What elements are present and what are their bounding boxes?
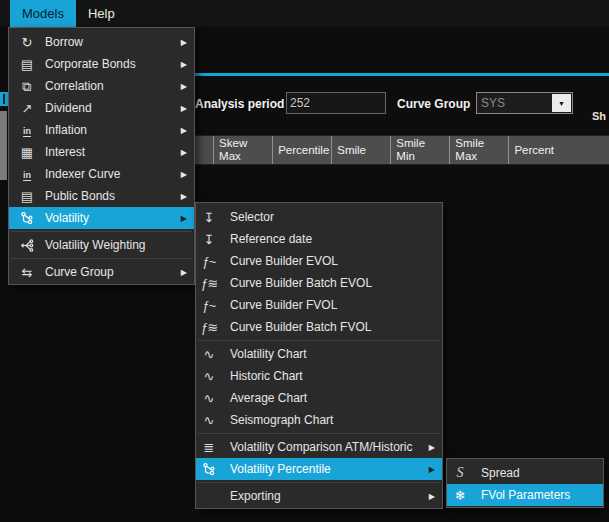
menu-item-indexer-curve[interactable]: in Indexer Curve ▶ [9, 163, 194, 185]
menu-separator [198, 340, 440, 341]
menu-item-correlation[interactable]: ⧉ Correlation ▶ [9, 75, 194, 97]
function-icon: ƒ~ [196, 255, 222, 268]
submenu-item-volatility-percentile[interactable]: Volatility Percentile ▶ [196, 458, 442, 480]
submenu-item-volatility-comparison[interactable]: ≣ Volatility Comparison ATM/Historic ▶ [196, 436, 442, 458]
menu-item-label: Indexer Curve [45, 167, 120, 181]
submenu-item-label: Historic Chart [222, 369, 303, 383]
menu-item-label: Borrow [45, 35, 83, 49]
menu-item-label: Correlation [45, 79, 104, 93]
menubar-item-models[interactable]: Models [10, 0, 76, 27]
grid-header-percent-clipped[interactable]: Percent [509, 136, 609, 164]
curve-group-dropdown[interactable]: SYS ▼ [476, 92, 573, 114]
submenu-arrow-icon: ▶ [181, 126, 187, 135]
submenu-arrow-icon: ▶ [181, 104, 187, 113]
submenu-item-spread[interactable]: S Spread [447, 462, 603, 484]
dividend-icon: ↗ [9, 102, 45, 115]
menu-separator [11, 258, 192, 259]
submenu-item-fvol-parameters[interactable]: ❄ FVol Parameters [447, 484, 603, 506]
menu-item-label: Interest [45, 145, 85, 159]
grid-header-percentile[interactable]: Percentile [273, 136, 332, 164]
submenu-item-curve-builder-batch-fvol[interactable]: ƒ≋ Curve Builder Batch FVOL [196, 316, 442, 338]
reference-date-tray-icon: ↧ [196, 233, 222, 246]
submenu-item-label: Volatility Percentile [222, 462, 331, 476]
public-bonds-icon: ▤ [9, 190, 45, 203]
menu-item-volatility-weighting[interactable]: Volatility Weighting [9, 234, 194, 256]
chart-icon: ∿ [196, 348, 222, 361]
interest-calendar-icon: ▦ [9, 146, 45, 159]
accent-divider-line [184, 73, 609, 76]
submenu-item-historic-chart[interactable]: ∿ Historic Chart [196, 365, 442, 387]
grid-header-smile-min[interactable]: Smile Min [391, 136, 450, 164]
submenu-item-reference-date[interactable]: ↧ Reference date [196, 228, 442, 250]
grid-header-skew-max[interactable]: Skew Max [214, 136, 273, 164]
submenu-item-label: Volatility Comparison ATM/Historic [222, 440, 413, 454]
submenu-arrow-icon: ▶ [181, 38, 187, 47]
submenu-item-seismograph-chart[interactable]: ∿ Seismograph Chart [196, 409, 442, 431]
submenu-item-label: Exporting [222, 489, 281, 503]
menu-item-inflation[interactable]: in Inflation ▶ [9, 119, 194, 141]
grid-header-smile[interactable]: Smile [332, 136, 391, 164]
curve-group-arrows-icon: ⇆ [9, 266, 45, 279]
chart-icon: ∿ [196, 392, 222, 405]
submenu-arrow-icon: ▶ [181, 148, 187, 157]
clipped-tab-fragment [0, 92, 8, 106]
indexer-curve-icon: in [9, 167, 45, 181]
submenu-item-label: Curve Builder FVOL [222, 298, 337, 312]
menu-bar: Models Help [0, 0, 609, 27]
submenu-arrow-icon: ▶ [181, 214, 187, 223]
menubar-item-help[interactable]: Help [76, 0, 127, 27]
submenu-item-volatility-chart[interactable]: ∿ Volatility Chart [196, 343, 442, 365]
correlation-icon: ⧉ [9, 80, 45, 93]
menu-item-corporate-bonds[interactable]: ▤ Corporate Bonds ▶ [9, 53, 194, 75]
menu-separator [11, 231, 192, 232]
submenu-item-exporting[interactable]: Exporting ▶ [196, 485, 442, 507]
menu-item-dividend[interactable]: ↗ Dividend ▶ [9, 97, 194, 119]
submenu-item-label: Average Chart [222, 391, 307, 405]
menu-item-volatility[interactable]: Volatility ▶ [9, 207, 194, 229]
borrow-icon: ↻ [9, 36, 45, 49]
submenu-arrow-icon: ▶ [429, 492, 435, 501]
submenu-item-curve-builder-batch-evol[interactable]: ƒ≋ Curve Builder Batch EVOL [196, 272, 442, 294]
volatility-branch-icon [9, 210, 45, 225]
function-batch-icon: ƒ≋ [196, 321, 222, 334]
volatility-branch-icon [196, 461, 222, 476]
menu-item-label: Corporate Bonds [45, 57, 136, 71]
list-document-icon: ≣ [196, 441, 222, 454]
curve-group-value: SYS [477, 96, 551, 110]
analysis-period-label: Analysis period [195, 97, 284, 111]
submenu-item-label: Curve Builder Batch FVOL [222, 320, 371, 334]
submenu-arrow-icon: ▶ [181, 170, 187, 179]
menu-item-curve-group[interactable]: ⇆ Curve Group ▶ [9, 261, 194, 283]
grid-header-smile-max[interactable]: Smile Max [450, 136, 509, 164]
menu-item-public-bonds[interactable]: ▤ Public Bonds ▶ [9, 185, 194, 207]
submenu-arrow-icon: ▶ [181, 192, 187, 201]
menu-separator [198, 433, 440, 434]
submenu-item-curve-builder-evol[interactable]: ƒ~ Curve Builder EVOL [196, 250, 442, 272]
submenu-item-label: Spread [473, 466, 520, 480]
left-scrollbar-fragment[interactable] [0, 111, 7, 180]
clipped-right-text: Sh [592, 110, 606, 122]
weighting-merge-icon [9, 237, 45, 252]
menu-item-label: Public Bonds [45, 189, 115, 203]
menu-item-label: Inflation [45, 123, 87, 137]
menu-item-interest[interactable]: ▦ Interest ▶ [9, 141, 194, 163]
submenu-item-label: Seismograph Chart [222, 413, 333, 427]
menu-item-label: Volatility [45, 211, 89, 225]
submenu-item-label: Curve Builder Batch EVOL [222, 276, 372, 290]
submenu-arrow-icon: ▶ [181, 268, 187, 277]
submenu-arrow-icon: ▶ [429, 465, 435, 474]
submenu-arrow-icon: ▶ [181, 60, 187, 69]
dropdown-arrow-icon[interactable]: ▼ [552, 94, 571, 112]
submenu-item-selector[interactable]: ↧ Selector [196, 206, 442, 228]
submenu-item-label: Reference date [222, 232, 312, 246]
analysis-period-input[interactable] [286, 92, 386, 114]
menu-item-borrow[interactable]: ↻ Borrow ▶ [9, 31, 194, 53]
submenu-item-label: Curve Builder EVOL [222, 254, 338, 268]
spread-curve-icon: S [447, 466, 473, 480]
volatility-percentile-submenu-panel: S Spread ❄ FVol Parameters [446, 458, 604, 508]
grid-header-row: Skew Max Percentile Smile Smile Min Smil… [186, 135, 609, 165]
function-icon: ƒ~ [196, 299, 222, 312]
models-menu-panel: ↻ Borrow ▶ ▤ Corporate Bonds ▶ ⧉ Correla… [8, 27, 195, 285]
submenu-item-curve-builder-fvol[interactable]: ƒ~ Curve Builder FVOL [196, 294, 442, 316]
submenu-item-average-chart[interactable]: ∿ Average Chart [196, 387, 442, 409]
